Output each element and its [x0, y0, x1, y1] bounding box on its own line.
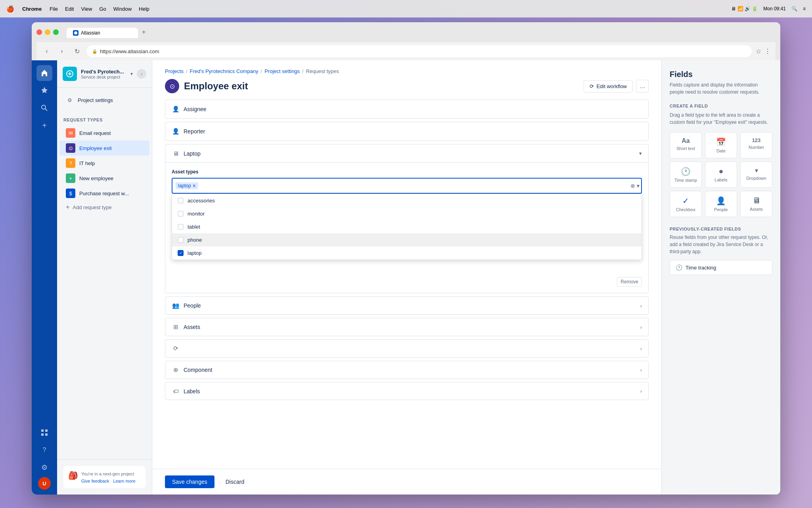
- add-request-type-button[interactable]: + Add request type: [59, 201, 149, 214]
- browser-tab[interactable]: Atlassian: [67, 28, 138, 38]
- req-type-exit[interactable]: ⊙ Employee exit: [59, 140, 149, 156]
- component-chevron-icon[interactable]: ›: [640, 367, 642, 373]
- forward-button[interactable]: ›: [56, 46, 67, 57]
- dropdown-item-tablet[interactable]: tablet: [172, 220, 642, 233]
- sidebar-home-icon[interactable]: [36, 65, 52, 81]
- labels-label: Labels: [184, 388, 636, 394]
- laptop-field: 🖥 Laptop ▾ Asset types laptop ×: [165, 144, 649, 293]
- dropdown-item-laptop[interactable]: ✓ laptop: [172, 246, 642, 260]
- control-center-icon[interactable]: ≡: [803, 6, 806, 12]
- menu-edit[interactable]: Edit: [65, 6, 74, 12]
- phone-checkbox[interactable]: [178, 237, 184, 243]
- more-actions-button[interactable]: ...: [636, 80, 649, 92]
- menu-view[interactable]: View: [81, 6, 92, 12]
- app-name[interactable]: Chrome: [22, 6, 42, 12]
- apple-menu[interactable]: 🍎: [6, 5, 14, 13]
- laptop-tag-remove[interactable]: ×: [193, 183, 196, 189]
- project-type: Service desk project: [81, 75, 126, 79]
- menu-file[interactable]: File: [50, 6, 58, 12]
- user-avatar[interactable]: U: [38, 477, 51, 490]
- save-changes-button[interactable]: Save changes: [165, 475, 214, 488]
- maximize-button[interactable]: [53, 29, 59, 35]
- table-chevron-icon[interactable]: ›: [640, 324, 642, 330]
- menu-window[interactable]: Window: [113, 6, 132, 12]
- create-field-description: Drag a field type to the left area to cr…: [670, 112, 772, 126]
- accessories-checkbox[interactable]: [178, 198, 184, 204]
- more-options-icon[interactable]: ⋮: [764, 48, 771, 55]
- laptop-checkbox[interactable]: ✓: [178, 250, 184, 256]
- field-type-number[interactable]: 123 Number: [740, 132, 772, 158]
- reporter-label: Reporter: [184, 128, 642, 135]
- sync-chevron-icon[interactable]: ›: [640, 346, 642, 352]
- table-field-header[interactable]: ⊞ Assets ›: [165, 318, 648, 336]
- sidebar-bottom: ? ⚙ U: [36, 425, 52, 490]
- field-type-labels[interactable]: ● Labels: [705, 162, 737, 188]
- req-type-new-employee[interactable]: + New employee: [59, 171, 149, 186]
- nav-item-project-settings[interactable]: ⚙ Project settings: [59, 94, 149, 106]
- sidebar-create-icon[interactable]: +: [36, 117, 52, 133]
- labels-chevron-icon[interactable]: ›: [640, 388, 642, 394]
- reload-button[interactable]: ↻: [71, 46, 82, 57]
- sync-field-header[interactable]: ⟳ ›: [165, 340, 648, 357]
- people-chevron-icon[interactable]: ›: [640, 303, 642, 309]
- req-type-it[interactable]: ? IT help: [59, 156, 149, 171]
- monitor-checkbox[interactable]: [178, 211, 184, 217]
- assignee-field-header[interactable]: 👤 Assignee: [165, 100, 648, 118]
- breadcrumb-project-settings[interactable]: Project settings: [264, 68, 300, 74]
- remove-field-button[interactable]: Remove: [617, 277, 642, 287]
- menu-help[interactable]: Help: [139, 6, 149, 12]
- field-type-timestamp[interactable]: 🕐 Time stamp: [670, 162, 702, 188]
- field-type-assets[interactable]: 🖥 Assets: [740, 191, 772, 217]
- breadcrumb-projects[interactable]: Projects: [165, 68, 184, 74]
- sidebar-settings-icon[interactable]: ⚙: [36, 460, 52, 475]
- edit-workflow-button[interactable]: ⟳ Edit workflow: [584, 80, 633, 92]
- svg-point-1: [42, 105, 46, 109]
- tablet-checkbox[interactable]: [178, 224, 184, 230]
- bookmark-icon[interactable]: ☆: [756, 48, 761, 55]
- time-tracking-field[interactable]: 🕐 Time tracking: [670, 260, 772, 275]
- component-field-row: ⊕ Component ›: [165, 361, 649, 379]
- dropdown-item-accessories[interactable]: accessories: [172, 194, 642, 207]
- laptop-chevron-icon[interactable]: ▾: [639, 150, 642, 156]
- project-dropdown-icon[interactable]: ▾: [130, 71, 133, 77]
- field-type-short-text[interactable]: Aa Short text: [670, 132, 702, 158]
- field-type-checkbox[interactable]: ✓ Checkbox: [670, 191, 702, 217]
- close-button[interactable]: [36, 29, 42, 35]
- breadcrumb-company[interactable]: Fred's Pyrotechnics Company: [190, 68, 259, 74]
- discard-button[interactable]: Discard: [218, 475, 251, 488]
- field-type-date[interactable]: 📅 Date: [705, 132, 737, 158]
- breadcrumb-sep-2: /: [261, 68, 262, 74]
- reporter-field-header[interactable]: 👤 Reporter: [165, 122, 648, 140]
- new-employee-label: New employee: [79, 175, 113, 181]
- traffic-lights: [36, 29, 59, 35]
- component-field-header[interactable]: ⊕ Component ›: [165, 361, 648, 379]
- expand-dropdown-icon[interactable]: ▾: [637, 183, 640, 189]
- new-tab-button[interactable]: +: [139, 26, 149, 38]
- laptop-icon: 🖥: [172, 150, 180, 157]
- sidebar-search-icon[interactable]: [36, 100, 52, 116]
- page-header: ⊙ Employee exit ⟳ Edit workflow ...: [152, 79, 661, 100]
- field-type-dropdown[interactable]: ▾ Dropdown: [740, 162, 772, 188]
- sidebar-help-icon[interactable]: ?: [36, 442, 52, 458]
- clear-input-icon[interactable]: ⊗: [630, 183, 635, 189]
- give-feedback-link[interactable]: Give feedback: [81, 479, 109, 483]
- menu-go[interactable]: Go: [99, 6, 106, 12]
- req-type-purchase[interactable]: $ Purchase request w...: [59, 186, 149, 201]
- sidebar-favorites-icon[interactable]: [36, 83, 52, 98]
- people-field-header[interactable]: 👥 People ›: [165, 297, 648, 314]
- address-bar[interactable]: 🔒 https://www.atlassian.com: [86, 45, 752, 57]
- sidebar-collapse-button[interactable]: ‹: [137, 69, 146, 79]
- asset-search-input[interactable]: [200, 183, 638, 189]
- back-button[interactable]: ‹: [41, 46, 52, 57]
- content-area[interactable]: 👤 Assignee 👤 Reporter 🖥 Laptop: [152, 100, 661, 469]
- search-menubar-icon[interactable]: 🔍: [791, 6, 797, 12]
- exit-label: Employee exit: [79, 145, 112, 151]
- labels-field-header[interactable]: 🏷 Labels ›: [165, 383, 648, 400]
- minimize-button[interactable]: [45, 29, 50, 35]
- req-type-email[interactable]: ✉ Email request: [59, 125, 149, 140]
- dropdown-item-monitor[interactable]: monitor: [172, 207, 642, 220]
- dropdown-item-phone[interactable]: phone: [172, 233, 642, 246]
- field-type-people[interactable]: 👤 People: [705, 191, 737, 217]
- learn-more-link[interactable]: Learn more: [113, 479, 135, 483]
- sidebar-apps-icon[interactable]: [36, 425, 52, 441]
